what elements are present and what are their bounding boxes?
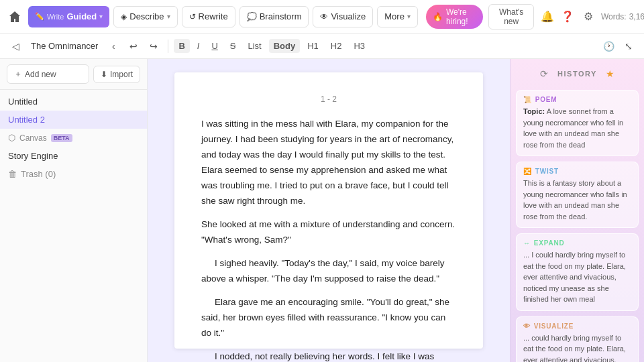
sidebar-items: Untitled Untitled 2 ⬡ Canvas BETA Story … [0, 90, 147, 362]
formatting-toolbar: ◁ The Omnimancer ‹ ↩ ↪ B I U S List Body… [0, 34, 644, 59]
sidebar-item-story-engine[interactable]: Story Engine [0, 147, 147, 165]
notifications-icon[interactable]: 🔔 [539, 7, 555, 27]
help-icon[interactable]: ❓ [560, 7, 576, 27]
editor-area: 1 - 2 I was sitting in the mess hall wit… [148, 59, 510, 362]
paragraph-1[interactable]: I was sitting in the mess hall with Elar… [201, 117, 456, 209]
describe-chevron-icon: ▾ [167, 13, 170, 20]
card-text-poem: Topic: A love sonnet from a young necrom… [523, 106, 631, 150]
bold-button[interactable]: B [174, 39, 189, 53]
canvas-icon: ⬡ [8, 133, 15, 143]
card-text-twist: This is a fantasy story about a young ne… [523, 178, 631, 222]
paragraph-3[interactable]: I sighed heavily. "Today's the day," I s… [201, 256, 456, 287]
twist-icon: 🔀 [523, 168, 532, 175]
fire-icon: 🔥 [433, 12, 443, 21]
h3-button[interactable]: H3 [349, 39, 370, 53]
underline-button[interactable]: U [207, 39, 222, 53]
history-star-icon[interactable]: ★ [602, 66, 619, 82]
redo-button[interactable]: ↪ [145, 38, 162, 55]
trash-icon: 🗑 [8, 169, 17, 179]
rewrite-button[interactable]: ↺ Rewrite [182, 6, 235, 27]
download-icon: ⬇ [101, 70, 107, 79]
history-title: HISTORY [557, 70, 597, 78]
card-text-visualize: ... could hardly bring myself to eat the… [523, 333, 631, 363]
sidebar-item-canvas[interactable]: ⬡ Canvas BETA [0, 129, 147, 147]
navbar: ✏️ Write Guided ▾ ◈ Describe ▾ ↺ Rewrite… [0, 0, 644, 34]
editor-scroll[interactable]: 1 - 2 I was sitting in the mess hall wit… [148, 59, 510, 362]
more-chevron-icon: ▾ [407, 13, 411, 20]
nav-right: 🔥 We're hiring! What's new 🔔 ❓ ⚙ Words: … [426, 4, 644, 29]
history-card-poem[interactable]: 📜 POEM Topic: A love sonnet from a young… [516, 90, 639, 156]
card-type-poem: 📜 POEM [523, 96, 631, 103]
h1-button[interactable]: H1 [303, 39, 323, 53]
history-header: ⟳ HISTORY ★ [511, 59, 644, 86]
guided-chevron-icon: ▾ [99, 13, 103, 20]
brainstorm-button[interactable]: 💭 Brainstorm [239, 6, 309, 27]
history-panel: ⟳ HISTORY ★ 📜 POEM Topic: A love sonnet … [510, 59, 644, 362]
visualize-button[interactable]: 👁 Visualize [313, 6, 373, 27]
more-button[interactable]: More ▾ [377, 6, 418, 27]
sidebar-item-untitled[interactable]: Untitled [0, 93, 147, 111]
separator-1 [168, 40, 168, 53]
paragraph-2[interactable]: She looked at me with a mixture of under… [201, 217, 456, 248]
history-card-twist[interactable]: 🔀 TWIST This is a fantasy story about a … [516, 162, 639, 228]
expand-icon: ↔ [523, 239, 531, 247]
write-guided-button[interactable]: ✏️ Write Guided ▾ [28, 6, 109, 27]
visualize-icon: 👁 [523, 322, 531, 330]
history-card-expand[interactable]: ↔ EXPAND ... I could hardly bring myself… [516, 233, 639, 311]
sidebar-item-untitled2[interactable]: Untitled 2 [0, 111, 147, 129]
home-logo[interactable] [8, 7, 21, 26]
import-button[interactable]: ⬇ Import [93, 66, 140, 83]
sidebar: ＋ Add new ⬇ Import Untitled Untitled 2 ⬡… [0, 59, 148, 362]
hiring-badge[interactable]: 🔥 We're hiring! [426, 5, 483, 29]
body-style-button[interactable]: Body [269, 39, 301, 53]
describe-button[interactable]: ◈ Describe ▾ [113, 6, 177, 27]
paragraph-5[interactable]: I nodded, not really believing her words… [201, 349, 456, 362]
poem-icon: 📜 [523, 96, 532, 103]
paragraph-4[interactable]: Elara gave me an encouraging smile. "You… [201, 295, 456, 341]
history-clock-icon[interactable]: ⟳ [536, 66, 552, 82]
undo-button[interactable]: ↩ [125, 38, 142, 55]
card-type-visualize: 👁 VISUALIZE [523, 322, 631, 330]
settings-icon[interactable]: ⚙ [580, 7, 596, 27]
italic-button[interactable]: I [193, 39, 205, 53]
chevron-left-icon[interactable]: ‹ [105, 38, 122, 55]
page-number: 1 - 2 [201, 93, 456, 106]
sidebar-collapse-button[interactable]: ◁ [7, 38, 24, 55]
expand-icon[interactable]: ⤡ [620, 38, 637, 55]
word-count: Words: 3,167 [601, 12, 644, 21]
sidebar-actions: ＋ Add new ⬇ Import [0, 59, 147, 90]
list-button[interactable]: List [244, 39, 266, 53]
editor-page[interactable]: 1 - 2 I was sitting in the mess hall wit… [174, 72, 483, 349]
add-new-button[interactable]: ＋ Add new [7, 64, 89, 84]
strikethrough-button[interactable]: S [225, 39, 241, 53]
card-text-expand: ... I could hardly bring myself to eat t… [523, 249, 631, 305]
card-type-twist: 🔀 TWIST [523, 168, 631, 175]
history-card-visualize[interactable]: 👁 VISUALIZE ... could hardly bring mysel… [516, 316, 639, 363]
history-items: 📜 POEM Topic: A love sonnet from a young… [511, 86, 644, 362]
card-type-expand: ↔ EXPAND [523, 239, 631, 247]
sidebar-item-trash[interactable]: 🗑 Trash (0) [0, 165, 147, 183]
main-layout: ＋ Add new ⬇ Import Untitled Untitled 2 ⬡… [0, 59, 644, 362]
whats-new-button[interactable]: What's new [488, 4, 534, 29]
plus-icon: ＋ [14, 68, 22, 80]
document-title: The Omnimancer [27, 41, 102, 51]
h2-button[interactable]: H2 [326, 39, 347, 53]
clock-icon[interactable]: 🕐 [600, 38, 617, 55]
